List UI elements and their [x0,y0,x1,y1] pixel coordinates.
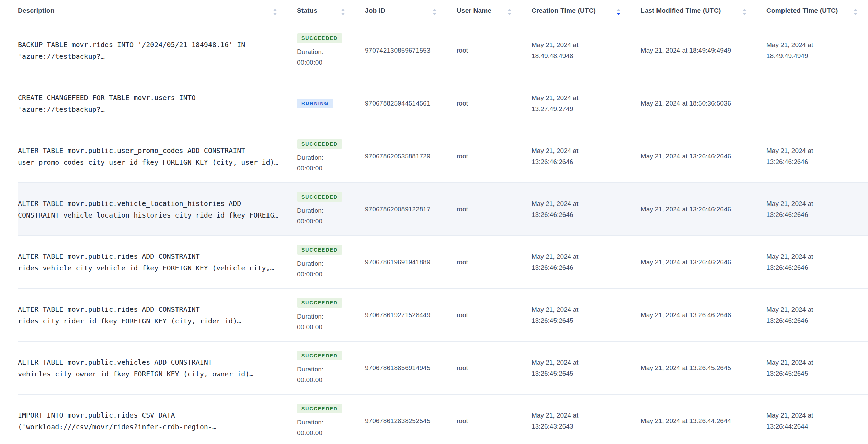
last-modified-time-cell: May 21, 2024 at 13:26:46:2646 [641,151,766,162]
duration-label: Duration: [297,152,323,163]
table-row[interactable]: ALTER TABLE movr.public.user_promo_codes… [18,130,868,183]
sort-icon[interactable] [507,9,512,15]
column-header-last-modified-time-utc[interactable]: Last Modified Time (UTC) [641,7,766,17]
table-row[interactable]: BACKUP TABLE movr.rides INTO '/2024/05/2… [18,24,868,77]
last-modified-time-cell: May 21, 2024 at 13:26:44:2644 [641,415,766,426]
creation-time-value: May 21, 2024 at 13:26:46:2646 [532,198,618,220]
column-title[interactable]: User Name [457,7,491,17]
column-title[interactable]: Creation Time (UTC) [532,7,596,17]
status-cell: SUCCEEDEDDuration:00:00:00 [297,130,365,182]
duration-label: Duration: [297,311,323,322]
column-header-completed-time-utc[interactable]: Completed Time (UTC) [766,7,868,17]
job-description-link[interactable]: CREATE CHANGEFEED FOR TABLE movr.users I… [18,92,284,115]
status-cell: SUCCEEDEDDuration:00:00:00 [297,183,365,235]
completed-time-cell: May 21, 2024 at 13:26:44:2644 [766,410,868,432]
column-title[interactable]: Status [297,7,317,17]
last-modified-time-cell: May 21, 2024 at 13:26:46:2646 [641,204,766,215]
user-name-cell: root [457,258,532,266]
sort-down-arrow-icon [273,13,277,15]
duration-value: 00:00:00 [297,163,322,174]
sort-up-arrow-icon [854,9,858,11]
column-header-description[interactable]: Description [18,7,297,17]
column-title[interactable]: Completed Time (UTC) [766,7,838,17]
table-row[interactable]: CREATE CHANGEFEED FOR TABLE movr.users I… [18,77,868,130]
column-header-job-id[interactable]: Job ID [365,7,457,17]
user-name-cell: root [457,100,532,107]
duration-label: Duration: [297,258,323,269]
job-description-link[interactable]: ALTER TABLE movr.public.user_promo_codes… [18,145,284,168]
job-description-link[interactable]: ALTER TABLE movr.public.rides ADD CONSTR… [18,303,284,327]
user-name-cell: root [457,153,532,160]
table-body: BACKUP TABLE movr.rides INTO '/2024/05/2… [18,24,868,444]
column-title[interactable]: Last Modified Time (UTC) [641,7,721,17]
table-row[interactable]: ALTER TABLE movr.public.vehicle_location… [18,183,868,236]
creation-time-cell: May 21, 2024 at 13:26:45:2645 [532,304,641,326]
job-description-link[interactable]: ALTER TABLE movr.public.rides ADD CONSTR… [18,251,284,274]
creation-time-value: May 21, 2024 at 13:27:49:2749 [532,92,618,114]
sort-icon[interactable] [742,9,746,15]
sort-icon[interactable] [273,9,277,15]
table-row[interactable]: ALTER TABLE movr.public.rides ADD CONSTR… [18,289,868,342]
column-header-creation-time-utc[interactable]: Creation Time (UTC) [532,7,641,17]
completed-time-cell: May 21, 2024 at 13:26:45:2645 [766,357,868,379]
duration-label: Duration: [297,205,323,216]
sort-up-arrow-icon [507,9,512,11]
last-modified-time-cell: May 21, 2024 at 13:26:46:2646 [641,310,766,321]
completed-time-value: May 21, 2024 at 13:26:44:2644 [766,410,853,432]
creation-time-cell: May 21, 2024 at 13:26:43:2643 [532,410,641,432]
job-description-link[interactable]: IMPORT INTO movr.public.rides CSV DATA (… [18,409,284,433]
job-id-cell: 970678825944514561 [365,100,457,107]
last-modified-time-cell: May 21, 2024 at 13:26:45:2645 [641,363,766,374]
last-modified-time-cell: May 21, 2024 at 18:50:36:5036 [641,98,766,109]
table-row[interactable]: ALTER TABLE movr.public.rides ADD CONSTR… [18,236,868,289]
completed-time-value: May 21, 2024 at 13:26:46:2646 [766,145,853,167]
completed-time-value: May 21, 2024 at 13:26:46:2646 [766,304,853,326]
last-modified-time-cell: May 21, 2024 at 18:49:49:4949 [641,45,766,56]
status-cell: SUCCEEDEDDuration:00:00:00 [297,342,365,394]
duration-value: 00:00:00 [297,375,322,385]
creation-time-value: May 21, 2024 at 13:26:46:2646 [532,145,618,167]
duration-value: 00:00:00 [297,269,322,279]
status-cell: SUCCEEDEDDuration:00:00:00 [297,289,365,341]
description-cell: ALTER TABLE movr.public.vehicle_location… [18,198,297,221]
duration-label: Duration: [297,417,323,428]
job-id-cell: 970678620535881729 [365,153,457,160]
creation-time-cell: May 21, 2024 at 13:26:46:2646 [532,251,641,273]
job-id-cell: 970678619691941889 [365,258,457,266]
column-header-user-name[interactable]: User Name [457,7,532,17]
duration-value: 00:00:00 [297,57,322,68]
sort-icon[interactable] [617,9,621,15]
sort-icon[interactable] [433,9,437,15]
status-cell: SUCCEEDEDDuration:00:00:00 [297,24,365,77]
creation-time-cell: May 21, 2024 at 13:26:45:2645 [532,357,641,379]
sort-down-arrow-icon [341,13,345,15]
last-modified-time-cell: May 21, 2024 at 13:26:46:2646 [641,257,766,268]
column-title[interactable]: Description [18,7,55,17]
job-description-link[interactable]: ALTER TABLE movr.public.vehicles ADD CON… [18,356,284,380]
status-badge: SUCCEEDED [297,298,342,308]
status-badge: SUCCEEDED [297,404,342,413]
column-header-status[interactable]: Status [297,7,365,17]
sort-down-arrow-icon [854,13,858,15]
description-cell: BACKUP TABLE movr.rides INTO '/2024/05/2… [18,39,297,62]
sort-icon[interactable] [854,9,858,15]
description-cell: IMPORT INTO movr.public.rides CSV DATA (… [18,409,297,433]
table-row[interactable]: ALTER TABLE movr.public.vehicles ADD CON… [18,342,868,395]
table-row[interactable]: IMPORT INTO movr.public.rides CSV DATA (… [18,395,868,444]
completed-time-cell: May 21, 2024 at 13:26:46:2646 [766,251,868,273]
status-badge: SUCCEEDED [297,245,342,255]
column-title[interactable]: Job ID [365,7,385,17]
sort-icon[interactable] [341,9,345,15]
sort-up-arrow-icon [341,9,345,11]
duration-value: 00:00:00 [297,428,322,438]
sort-down-arrow-icon [507,13,512,15]
job-description-link[interactable]: ALTER TABLE movr.public.vehicle_location… [18,198,284,221]
description-cell: ALTER TABLE movr.public.rides ADD CONSTR… [18,251,297,274]
job-id-cell: 970678620089122817 [365,206,457,213]
job-description-link[interactable]: BACKUP TABLE movr.rides INTO '/2024/05/2… [18,39,284,62]
creation-time-cell: May 21, 2024 at 13:26:46:2646 [532,198,641,220]
creation-time-cell: May 21, 2024 at 13:26:46:2646 [532,145,641,167]
status-cell: SUCCEEDEDDuration:00:00:00 [297,395,365,444]
status-badge: SUCCEEDED [297,33,342,43]
creation-time-value: May 21, 2024 at 13:26:45:2645 [532,357,618,379]
